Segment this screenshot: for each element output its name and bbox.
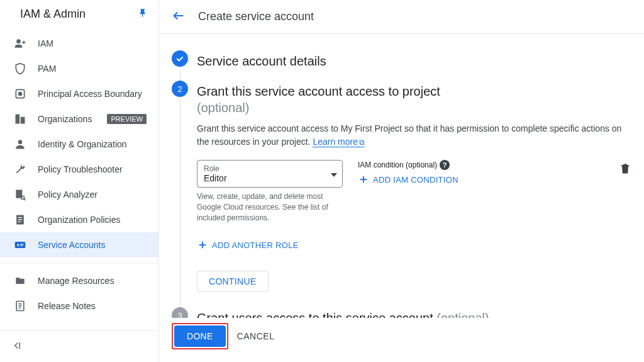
nav: IAM PAM Principal Access Boundary Organi…	[0, 28, 158, 331]
sidebar-item-label: Organization Policies	[38, 215, 121, 225]
sidebar-item-label: Policy Analyzer	[38, 189, 97, 200]
service-account-icon	[14, 239, 26, 251]
step-1-title: Service account details	[197, 53, 631, 69]
step-3-optional: (optional)	[436, 311, 489, 318]
svg-rect-17	[20, 246, 23, 246]
sidebar-item-principal-access[interactable]: Principal Access Boundary	[0, 81, 158, 106]
sidebar-item-analyzer[interactable]: Policy Analyzer	[0, 182, 158, 207]
help-icon[interactable]: ?	[440, 160, 450, 170]
sidebar-item-label: Policy Troubleshooter	[38, 164, 123, 174]
step-2-badge: 2	[172, 81, 188, 97]
done-annotation: DONE	[172, 323, 228, 349]
user-plus-icon	[14, 37, 26, 50]
sidebar-item-label: Manage Resources	[38, 276, 114, 286]
step-2-description: Grant this service account access to My …	[197, 122, 631, 149]
sidebar-item-label: Release Notes	[38, 301, 96, 311]
add-another-role-button[interactable]: ADD ANOTHER ROLE	[197, 239, 631, 251]
identity-icon	[14, 138, 26, 150]
role-select-label: Role	[204, 164, 336, 173]
step-1: Service account details	[172, 50, 631, 81]
sidebar-title: IAM & Admin	[20, 8, 130, 21]
svg-point-3	[19, 93, 22, 96]
collapse-sidebar-button[interactable]	[0, 331, 158, 362]
sidebar: IAM & Admin IAM PAM Principal Access Bou…	[0, 0, 159, 362]
sidebar-item-label: Identity & Organization	[38, 139, 127, 149]
pin-icon[interactable]	[138, 8, 148, 20]
sidebar-header: IAM & Admin	[0, 0, 158, 28]
sidebar-item-org-policies[interactable]: Organization Policies	[0, 207, 158, 232]
role-select-value: Editor	[204, 173, 336, 183]
svg-line-9	[24, 199, 26, 201]
step-3: 3 Grant users access to this service acc…	[172, 307, 631, 318]
sidebar-item-label: Organizations	[38, 114, 92, 124]
step-3-badge: 3	[172, 307, 188, 318]
svg-point-15	[17, 244, 19, 246]
delete-role-button[interactable]	[619, 160, 631, 177]
sidebar-item-troubleshooter[interactable]: Policy Troubleshooter	[0, 157, 158, 182]
svg-rect-5	[21, 117, 25, 124]
shield-icon	[14, 62, 26, 75]
content: Service account details 2 Grant this ser…	[159, 34, 644, 318]
step-3-title: Grant users access to this service accou…	[197, 310, 631, 318]
svg-marker-24	[331, 173, 337, 177]
notes-icon	[14, 300, 26, 312]
role-select[interactable]: Role Editor	[197, 160, 343, 188]
resources-icon	[14, 274, 26, 287]
step-2-title: Grant this service account access to pro…	[197, 83, 631, 116]
sidebar-item-pam[interactable]: PAM	[0, 56, 158, 81]
back-button[interactable]	[172, 9, 186, 25]
iam-condition-label: IAM condition (optional) ?	[358, 160, 604, 170]
analyzer-icon	[14, 188, 26, 201]
policies-icon	[14, 213, 26, 226]
svg-rect-14	[15, 242, 26, 248]
sidebar-item-service-accounts[interactable]: Service Accounts	[0, 232, 158, 257]
page-title: Create service account	[198, 10, 314, 23]
topbar: Create service account	[159, 0, 644, 34]
svg-point-6	[18, 140, 23, 144]
step-1-badge-check-icon	[172, 50, 188, 67]
boundary-icon	[14, 88, 26, 100]
cancel-button[interactable]: CANCEL	[237, 331, 275, 341]
svg-rect-11	[18, 217, 23, 218]
sidebar-item-label: PAM	[38, 64, 56, 74]
svg-rect-16	[20, 244, 24, 244]
continue-button[interactable]: CONTINUE	[197, 271, 269, 292]
sidebar-item-label: IAM	[38, 38, 53, 48]
actions: DONE CANCEL	[159, 318, 644, 362]
wrench-icon	[14, 163, 26, 176]
org-icon	[14, 113, 26, 125]
main: Create service account Service account d…	[159, 0, 644, 362]
dropdown-arrow-icon	[331, 169, 337, 179]
done-button[interactable]: DONE	[174, 325, 226, 347]
svg-rect-13	[18, 222, 21, 222]
svg-rect-4	[16, 115, 20, 124]
sidebar-item-release-notes[interactable]: Release Notes	[0, 293, 158, 319]
step-2: 2 Grant this service account access to p…	[172, 81, 631, 307]
sidebar-item-identity[interactable]: Identity & Organization	[0, 132, 158, 157]
sidebar-item-iam[interactable]: IAM	[0, 31, 158, 56]
sidebar-item-manage-resources[interactable]: Manage Resources	[0, 268, 158, 293]
sidebar-item-organizations[interactable]: Organizations PREVIEW	[0, 106, 158, 132]
role-help-text: View, create, update, and delete most Go…	[197, 191, 329, 223]
svg-rect-12	[18, 219, 23, 220]
add-iam-condition-button[interactable]: ADD IAM CONDITION	[358, 174, 604, 185]
learn-more-link[interactable]: Learn more⧉	[313, 137, 365, 147]
divider	[0, 263, 158, 263]
step-2-optional: (optional)	[197, 101, 249, 115]
svg-point-1	[16, 39, 21, 43]
sidebar-item-label: Service Accounts	[38, 240, 105, 250]
preview-badge: PREVIEW	[107, 114, 147, 124]
sidebar-item-label: Principal Access Boundary	[38, 89, 142, 99]
external-link-icon: ⧉	[359, 138, 365, 147]
